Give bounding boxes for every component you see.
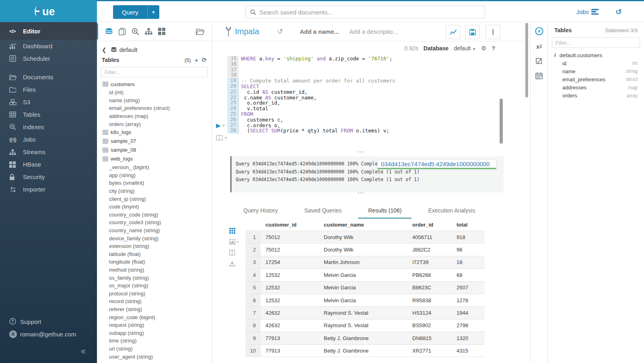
column-item[interactable]: bytes (smallint) [97, 179, 212, 187]
sql-code-editor[interactable]: 15WHERE a.key = 'shipping' and a.zip_cod… [227, 56, 395, 134]
grid-view-icon[interactable] [229, 228, 241, 234]
sidebar-item-s3[interactable]: S3 [0, 96, 97, 108]
column-item[interactable]: code (tinyint) [97, 203, 212, 211]
table-item-web_logs[interactable]: web_logs [97, 155, 212, 163]
query-dropdown-caret[interactable]: ▼ [147, 5, 159, 19]
sidebar-item-support[interactable]: ? Support [0, 316, 97, 328]
query-description-field[interactable]: Add a descriptio... [350, 28, 398, 35]
column-item[interactable]: email_preferences (struct) [97, 104, 212, 112]
sidebar-item-security[interactable]: Security [0, 171, 97, 183]
right-filter-input[interactable] [552, 37, 640, 48]
database-name[interactable]: default [119, 46, 138, 53]
hue-logo[interactable]: ue [0, 0, 97, 22]
column-item[interactable]: country_code (string) [97, 211, 212, 219]
editor-scrollbar[interactable] [500, 99, 503, 144]
column-item[interactable]: country_name (string) [97, 227, 212, 235]
column-item[interactable]: protocol (string) [97, 289, 212, 297]
collapse-sidebar-button[interactable]: « [0, 340, 97, 363]
column-item[interactable]: region_code (bigint) [97, 313, 212, 321]
apps-grid-icon[interactable] [158, 28, 165, 35]
snippet-history-icon[interactable]: ↺ [277, 27, 283, 36]
tab-results-106-[interactable]: Results (106) [355, 203, 415, 219]
main-scrollbar[interactable] [525, 23, 528, 97]
query-history-icon[interactable]: ↺ [615, 7, 622, 16]
column-header-total[interactable]: total [452, 222, 485, 228]
column-item[interactable]: os_family (string) [97, 274, 212, 282]
calendar-icon[interactable] [535, 72, 543, 79]
column-item[interactable]: _version_ (bigint) [97, 163, 212, 171]
functions-icon[interactable]: x2 [536, 43, 542, 50]
sidebar-item-user[interactable]: R romain@gethue.com [0, 328, 97, 340]
sidebar-item-tables[interactable]: Tables [0, 108, 97, 121]
column-item[interactable]: client_ip (string) [97, 195, 212, 203]
column-item[interactable]: os_major (string) [97, 282, 212, 290]
column-item[interactable]: request (string) [97, 321, 212, 329]
column-header-customer_name[interactable]: customer_name [319, 222, 407, 228]
column-item[interactable]: record (string) [97, 297, 212, 305]
right-column-email_preferences[interactable]: email_preferencesstruct [562, 75, 638, 83]
sidebar-item-importer[interactable]: Importer [0, 183, 97, 196]
column-item[interactable]: addresses (map) [97, 112, 212, 120]
add-table-icon[interactable]: + [195, 57, 198, 64]
query-name-field[interactable]: Add a name... [300, 28, 339, 35]
sidebar-item-documents[interactable]: Documents [0, 71, 97, 83]
sidebar-item-scheduler[interactable]: Scheduler [0, 52, 97, 65]
data-compass-icon[interactable] [535, 27, 543, 35]
column-item[interactable]: longitude (float) [97, 258, 212, 266]
databases-icon[interactable] [105, 28, 113, 35]
log-resize-handle[interactable]: ••• [356, 150, 366, 153]
column-item[interactable]: user_agent (string) [97, 353, 212, 361]
back-chevron-icon[interactable]: ❮ [102, 47, 107, 53]
tab-query-history[interactable]: Query History [230, 203, 291, 219]
column-item[interactable]: subapp (string) [97, 329, 212, 337]
column-item[interactable]: orders (array) [97, 120, 212, 128]
columns-view-icon[interactable] [229, 250, 241, 256]
sidebar-item-files[interactable]: Files [0, 83, 97, 96]
results-resize-handle[interactable]: ••• [356, 191, 366, 194]
chart-button[interactable] [446, 25, 461, 39]
download-icon[interactable] [229, 261, 241, 266]
jobs-link[interactable]: Jobs [576, 8, 599, 15]
database-dropdown[interactable]: default ▼ [454, 45, 476, 52]
chart-view-icon[interactable]: ▼ [229, 239, 241, 245]
sidebar-item-dashboard[interactable]: Dashboard [0, 40, 97, 52]
table-item-k8s_logs[interactable]: k8s_logs [97, 128, 212, 137]
zoom-search-icon[interactable] [132, 28, 139, 35]
documents-copy-icon[interactable] [119, 28, 126, 35]
sidebar-item-streams[interactable]: Streams [0, 146, 97, 158]
sidebar-item-hbase[interactable]: HBase [0, 158, 97, 171]
tab-saved-queries[interactable]: Saved Queries [291, 203, 355, 219]
settings-gear-icon[interactable]: ⚙ [481, 45, 486, 52]
more-actions-button[interactable]: ⋮ [486, 25, 500, 39]
save-button[interactable] [465, 25, 480, 39]
column-header-order_id[interactable]: order_id [407, 222, 452, 228]
search-input[interactable] [259, 9, 485, 16]
right-column-addresses[interactable]: addressesmap [562, 84, 638, 92]
column-item[interactable]: referer (string) [97, 305, 212, 314]
column-header-customer_id[interactable]: customer_id [261, 222, 319, 228]
column-item[interactable]: name (string) [97, 97, 212, 105]
tables-filter-input[interactable] [101, 67, 208, 77]
table-item-customers[interactable]: customers [97, 80, 212, 89]
sitemap-icon[interactable] [145, 28, 152, 35]
engine-selector[interactable]: Impala [225, 27, 259, 37]
query-button-label[interactable]: Query [113, 5, 147, 19]
column-item[interactable]: url (string) [97, 345, 212, 353]
sidebar-item-indexes[interactable]: Indexes [0, 121, 97, 133]
right-column-id[interactable]: idint [562, 59, 638, 67]
documentation-book-icon[interactable]: ▼ [216, 135, 228, 141]
table-item-sample_08[interactable]: sample_08 [97, 146, 212, 155]
column-item[interactable]: country_code3 (string) [97, 219, 212, 227]
column-item[interactable]: id (int) [97, 89, 212, 97]
open-folder-icon[interactable] [196, 28, 204, 35]
tab-execution-analysis[interactable]: Execution Analysis [415, 203, 488, 219]
column-item[interactable]: app (string) [97, 171, 212, 179]
sidebar-item-jobs[interactable]: ((•))Jobs [0, 133, 97, 146]
right-column-name[interactable]: namestring [562, 67, 638, 75]
column-item[interactable]: method (string) [97, 266, 212, 274]
sidebar-item-editor[interactable]: </>Editor [0, 22, 97, 40]
language-reference-icon[interactable] [535, 58, 543, 64]
column-item[interactable]: device_family (string) [97, 234, 212, 242]
execute-button[interactable]: ▶▼ [216, 122, 228, 129]
column-item[interactable]: time (string) [97, 337, 212, 345]
